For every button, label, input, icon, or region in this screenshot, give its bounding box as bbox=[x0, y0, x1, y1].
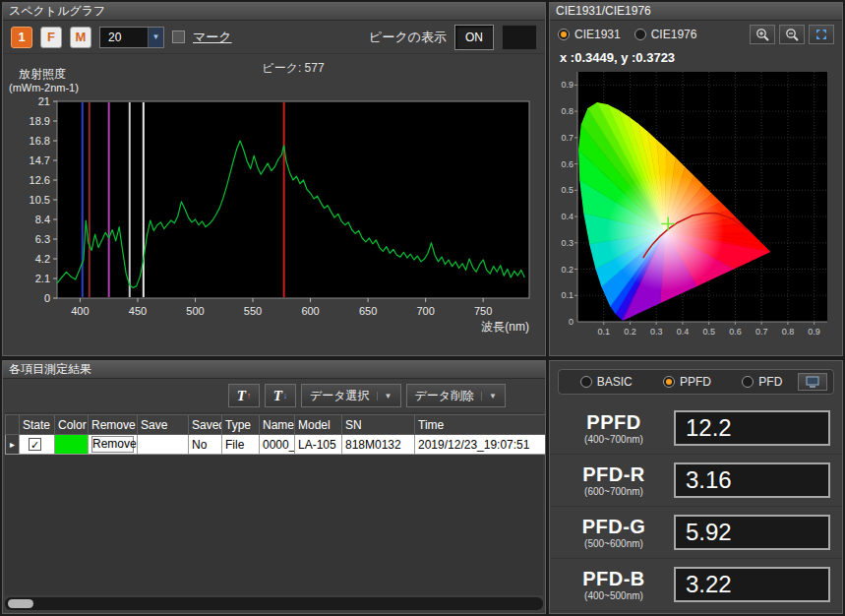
data-select-dropdown[interactable]: データ選択 ▼ bbox=[301, 384, 400, 407]
font-size-decrease-button[interactable]: T ↓ bbox=[265, 384, 296, 407]
horizontal-scrollbar[interactable] bbox=[5, 597, 543, 610]
y-tick-label: 8.4 bbox=[35, 214, 50, 225]
display-mode-f-button[interactable]: F bbox=[40, 27, 62, 48]
peak-value-label: ピーク: 577 bbox=[62, 60, 524, 77]
row-selector-header[interactable] bbox=[6, 415, 20, 435]
measurement-results-panel: 各項目測定結果 T ↑ T ↓ データ選択 ▼ データ削除 ▼ StateCol… bbox=[2, 360, 546, 614]
x-tick-label: 650 bbox=[359, 305, 377, 317]
cell-state[interactable]: ✓ bbox=[20, 435, 55, 455]
font-size-increase-button[interactable]: T ↑ bbox=[228, 384, 260, 407]
cell-color[interactable] bbox=[55, 435, 89, 455]
mode-radio-group: BASICPPFDPFD bbox=[565, 375, 798, 389]
cell-sn: 818M0132 bbox=[342, 435, 415, 455]
cie-diagram-panel: CIE1931/CIE1976 CIE1931 CIE1976 bbox=[549, 2, 843, 356]
cell-model: LA-105 bbox=[295, 435, 342, 455]
column-header-model[interactable]: Model bbox=[295, 415, 342, 435]
y-tick-label: 14.7 bbox=[30, 154, 50, 166]
x-tick-label: 700 bbox=[416, 305, 434, 317]
spectrum-toolbar: 1 F M 20 ▼ マーク ピークの表示 ON bbox=[3, 21, 545, 54]
results-panel-title: 各項目測定結果 bbox=[3, 361, 545, 379]
mode-radio-label: PFD bbox=[758, 375, 782, 389]
display-button[interactable] bbox=[798, 373, 827, 391]
metrics-list: PPFD(400~700nm)12.2PFD-R(600~700nm)3.16P… bbox=[550, 402, 842, 613]
chevron-down-icon: ▼ bbox=[481, 392, 497, 400]
column-header-state[interactable]: State bbox=[20, 415, 55, 435]
y-tick-label: 4.2 bbox=[35, 253, 50, 265]
magnifier-plus-icon bbox=[755, 28, 769, 41]
radio-unselected-icon bbox=[634, 29, 646, 40]
cie-y-tick-label: 0.9 bbox=[561, 80, 573, 90]
cie-x-tick-label: 0.4 bbox=[677, 327, 690, 337]
radio-unselected-icon bbox=[742, 376, 754, 388]
column-header-sn[interactable]: SN bbox=[342, 415, 415, 435]
count-dropdown[interactable]: 20 ▼ bbox=[99, 27, 164, 48]
peak-display-label: ピークの表示 bbox=[369, 29, 447, 46]
column-header-remove[interactable]: Remove bbox=[89, 415, 138, 435]
metric-value: 3.22 bbox=[674, 567, 830, 602]
display-mode-1-button[interactable]: 1 bbox=[11, 27, 32, 48]
x-tick-label: 750 bbox=[474, 305, 492, 317]
radio-cie1931[interactable]: CIE1931 bbox=[558, 28, 621, 41]
x-tick-label: 550 bbox=[244, 305, 262, 317]
metric-label: PFD-B(400~500nm) bbox=[554, 568, 674, 601]
metric-label: PFD-R(600~700nm) bbox=[554, 463, 674, 497]
column-header-saved[interactable]: Saved bbox=[189, 415, 222, 435]
metric-name: PFD-R bbox=[554, 463, 674, 486]
cie-x-tick-label: 0.8 bbox=[782, 327, 795, 337]
spectrum-graph-panel: スペクトルグラフ 1 F M 20 ▼ マーク ピークの表示 ON ピーク: 5… bbox=[2, 2, 546, 356]
column-header-color[interactable]: Color bbox=[55, 415, 89, 435]
peak-display-on-button[interactable]: ON bbox=[454, 25, 494, 50]
scrollbar-thumb[interactable] bbox=[8, 599, 33, 608]
metric-row-pfd-r: PFD-R(600~700nm)3.16 bbox=[550, 455, 842, 507]
mode-radio-ppfd[interactable]: PPFD bbox=[663, 375, 711, 389]
magnifier-minus-icon bbox=[785, 28, 799, 41]
data-delete-dropdown[interactable]: データ削除 ▼ bbox=[406, 384, 506, 407]
metrics-mode-bar: BASICPPFDPFD bbox=[558, 369, 834, 395]
zoom-buttons bbox=[750, 25, 834, 44]
cell-save[interactable] bbox=[138, 435, 189, 455]
mode-radio-label: PPFD bbox=[680, 375, 711, 389]
display-mode-m-button[interactable]: M bbox=[70, 27, 91, 48]
app-window: { "colors": { "accent_orange": "#ffa020"… bbox=[0, 0, 845, 616]
cie-y-tick-label: 0.1 bbox=[561, 290, 573, 300]
y-tick-label: 0 bbox=[44, 292, 50, 304]
y-tick-label: 12.6 bbox=[30, 174, 50, 186]
y-tick-label: 16.8 bbox=[30, 135, 50, 147]
zoom-out-button[interactable] bbox=[779, 25, 805, 44]
zoom-fit-button[interactable] bbox=[809, 25, 834, 44]
y-tick-label: 6.3 bbox=[35, 233, 50, 245]
row-selector[interactable]: ▸ bbox=[6, 435, 20, 455]
t-letter: T bbox=[273, 388, 282, 404]
zoom-in-button[interactable] bbox=[750, 25, 775, 44]
radio-selected-icon bbox=[558, 29, 570, 40]
radio-cie1976[interactable]: CIE1976 bbox=[634, 28, 697, 41]
metric-wavelength-range: (400~500nm) bbox=[554, 590, 674, 601]
metric-label: PPFD(400~700nm) bbox=[554, 411, 674, 445]
mode-radio-basic[interactable]: BASIC bbox=[580, 375, 633, 389]
column-header-save[interactable]: Save bbox=[138, 415, 189, 435]
remove-button[interactable]: Remove bbox=[91, 436, 134, 453]
column-header-type[interactable]: Type bbox=[222, 415, 260, 435]
mark-checkbox[interactable] bbox=[172, 31, 185, 43]
column-header-time[interactable]: Time bbox=[415, 415, 547, 435]
state-checkbox[interactable]: ✓ bbox=[29, 438, 41, 451]
cell-type: File bbox=[222, 435, 260, 455]
peak-display-group: ピークの表示 ON bbox=[369, 25, 537, 50]
cie-y-tick-label: 0.6 bbox=[561, 159, 573, 169]
cie-x-tick-label: 0.2 bbox=[624, 327, 636, 337]
column-header-name[interactable]: Name bbox=[260, 415, 295, 435]
mode-radio-pfd[interactable]: PFD bbox=[742, 375, 782, 389]
peak-display-toggle-slot[interactable] bbox=[502, 25, 537, 50]
cell-remove[interactable]: Remove bbox=[89, 435, 138, 455]
x-tick-label: 450 bbox=[129, 305, 147, 317]
mark-label[interactable]: マーク bbox=[193, 29, 232, 46]
cie-y-tick-label: 0.4 bbox=[561, 212, 573, 221]
results-table: StateColorRemoveSaveSavedTypeNameModelSN… bbox=[5, 414, 546, 455]
metric-wavelength-range: (500~600nm) bbox=[554, 538, 674, 549]
cie-y-tick-label: 0.3 bbox=[561, 238, 573, 248]
cie-origin-label: 0 bbox=[569, 317, 573, 327]
y-tick-label: 2.1 bbox=[35, 273, 50, 284]
spectrum-chart: 2118.916.814.712.610.58.46.34.22.1040045… bbox=[3, 97, 546, 336]
metric-value: 12.2 bbox=[674, 410, 830, 446]
cie-y-tick-label: 0.7 bbox=[561, 133, 573, 143]
